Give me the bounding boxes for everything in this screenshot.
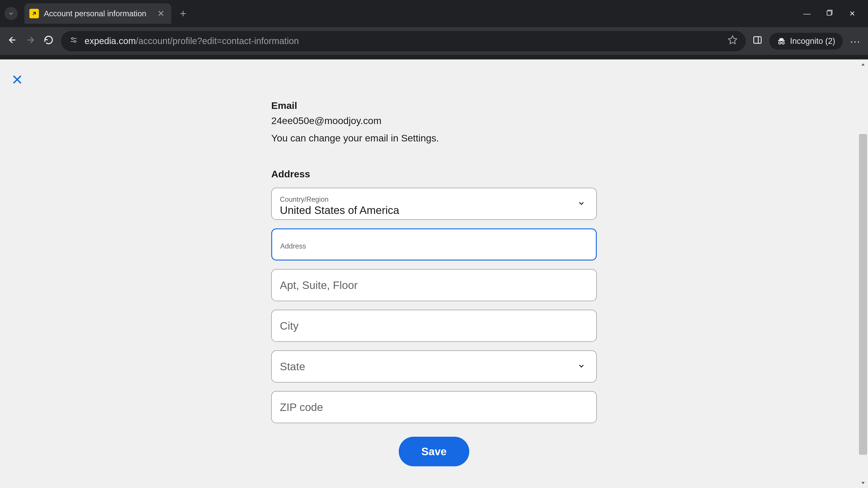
site-settings-button[interactable] bbox=[69, 35, 78, 46]
page-content: Email 24ee050e@moodjoy.com You can chang… bbox=[0, 59, 868, 488]
chevron-down-icon bbox=[577, 362, 585, 371]
tab-search-button[interactable] bbox=[4, 7, 18, 20]
country-label: Country/Region bbox=[280, 195, 329, 203]
svg-marker-19 bbox=[862, 482, 865, 484]
url-path: /account/profile?edit=contact-informatio… bbox=[136, 36, 299, 46]
chevron-down-icon bbox=[577, 199, 585, 208]
address-heading: Address bbox=[271, 168, 597, 180]
svg-point-13 bbox=[778, 42, 781, 44]
incognito-label: Incognito (2) bbox=[790, 36, 835, 46]
reload-button[interactable] bbox=[43, 35, 54, 47]
back-button[interactable] bbox=[7, 35, 18, 47]
save-button[interactable]: Save bbox=[399, 437, 469, 466]
svg-marker-9 bbox=[728, 36, 737, 43]
bookmark-button[interactable] bbox=[727, 35, 738, 47]
tab-favicon bbox=[29, 9, 39, 18]
window-controls: — ✕ bbox=[802, 9, 868, 18]
city-input[interactable]: City bbox=[271, 310, 597, 342]
arrow-up-right-icon bbox=[31, 10, 37, 17]
svg-point-8 bbox=[74, 41, 76, 42]
zip-input[interactable]: ZIP code bbox=[271, 391, 597, 423]
country-select[interactable]: Country/Region United States of America bbox=[271, 188, 597, 220]
arrow-left-icon bbox=[7, 35, 18, 45]
star-icon bbox=[727, 35, 738, 45]
tune-icon bbox=[69, 35, 78, 44]
tab-title: Account personal information bbox=[44, 9, 152, 18]
right-controls: Incognito (2) ⋮ bbox=[752, 33, 861, 50]
side-panel-button[interactable] bbox=[752, 35, 763, 47]
tab-close-button[interactable]: ✕ bbox=[157, 9, 164, 18]
minimize-button[interactable]: — bbox=[802, 9, 811, 18]
url-bar[interactable]: expedia.com/account/profile?edit=contact… bbox=[61, 31, 746, 51]
url-text: expedia.com/account/profile?edit=contact… bbox=[85, 36, 721, 46]
svg-rect-10 bbox=[754, 37, 761, 43]
panel-icon bbox=[752, 35, 763, 45]
address-input[interactable]: Address bbox=[271, 228, 597, 260]
chevron-down-icon bbox=[8, 10, 14, 17]
browser-tab[interactable]: Account personal information ✕ bbox=[24, 3, 171, 24]
zip-placeholder: ZIP code bbox=[280, 401, 323, 414]
state-select[interactable]: State bbox=[271, 350, 597, 383]
state-placeholder: State bbox=[280, 360, 305, 373]
apt-placeholder: Apt, Suite, Floor bbox=[280, 279, 358, 291]
country-value: United States of America bbox=[280, 204, 399, 217]
svg-marker-18 bbox=[862, 63, 865, 66]
browser-menu-button[interactable]: ⋮ bbox=[850, 37, 861, 45]
form-content: Email 24ee050e@moodjoy.com You can chang… bbox=[271, 59, 597, 466]
scrollbar[interactable] bbox=[858, 59, 868, 488]
city-placeholder: City bbox=[280, 320, 299, 332]
url-domain: expedia.com bbox=[85, 36, 136, 46]
incognito-icon bbox=[777, 37, 786, 46]
browser-chrome: Account personal information ✕ + — ✕ exp bbox=[0, 0, 868, 59]
svg-rect-2 bbox=[827, 11, 831, 15]
address-field-label: Address bbox=[280, 242, 306, 250]
email-note: You can change your email in Settings. bbox=[271, 133, 597, 144]
maximize-button[interactable] bbox=[825, 9, 834, 18]
email-value: 24ee050e@moodjoy.com bbox=[271, 115, 597, 126]
svg-line-0 bbox=[33, 12, 35, 15]
reload-icon bbox=[43, 35, 54, 45]
tab-bar: Account personal information ✕ + — ✕ bbox=[0, 0, 868, 27]
scroll-thumb[interactable] bbox=[859, 134, 867, 455]
svg-rect-12 bbox=[778, 40, 785, 41]
scroll-up-button[interactable] bbox=[858, 59, 868, 69]
scroll-down-button[interactable] bbox=[858, 478, 868, 488]
close-modal-button[interactable] bbox=[11, 73, 24, 89]
arrow-right-icon bbox=[26, 35, 35, 45]
svg-point-6 bbox=[72, 37, 73, 39]
incognito-badge[interactable]: Incognito (2) bbox=[769, 33, 843, 50]
new-tab-button[interactable]: + bbox=[180, 8, 186, 19]
close-window-button[interactable]: ✕ bbox=[848, 9, 857, 18]
nav-bar: expedia.com/account/profile?edit=contact… bbox=[0, 27, 868, 55]
close-icon bbox=[11, 73, 24, 86]
forward-button[interactable] bbox=[25, 35, 36, 47]
svg-point-14 bbox=[782, 42, 784, 44]
apt-input[interactable]: Apt, Suite, Floor bbox=[271, 269, 597, 301]
maximize-icon bbox=[826, 9, 833, 16]
email-label: Email bbox=[271, 100, 597, 111]
